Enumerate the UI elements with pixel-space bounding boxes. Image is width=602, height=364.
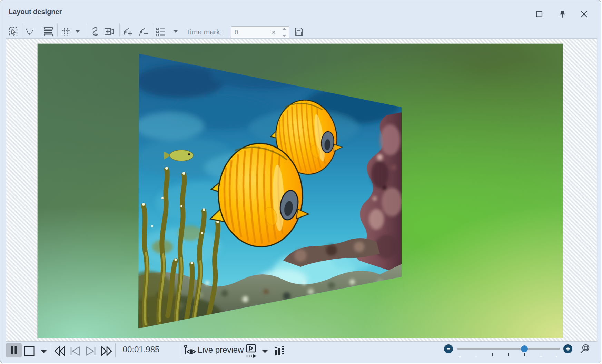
layout-item-image[interactable] [138, 54, 402, 328]
spinner-down-icon[interactable] [283, 34, 286, 37]
pin-button[interactable] [558, 9, 568, 19]
time-mark-label: Time mark: [186, 28, 222, 36]
zoom-slider-track[interactable] [457, 348, 560, 350]
slider-tick [508, 353, 509, 356]
toolbar: Time mark: 0 s [0, 20, 601, 38]
zoom-out-button[interactable] [444, 344, 453, 353]
spinner-up-icon[interactable] [283, 28, 286, 30]
slider-tick [524, 353, 525, 356]
zoom-fit-button[interactable] [579, 343, 590, 355]
grid-icon[interactable] [60, 26, 71, 38]
bar-separator [50, 343, 50, 357]
current-time: 00:01.985 [119, 345, 163, 354]
toolbar-separator [119, 23, 120, 37]
slider-tick [557, 353, 557, 356]
bar-separator [180, 343, 180, 357]
remove-keyframe-icon[interactable] [138, 26, 149, 38]
layout-designer-window: Layout designer [0, 0, 601, 363]
arrange-layers-icon[interactable] [43, 26, 54, 38]
preview-window-icon[interactable] [244, 344, 258, 360]
fast-forward-button[interactable] [100, 346, 113, 356]
grid-options-caret-icon[interactable] [75, 29, 80, 33]
add-keyframe-icon[interactable] [122, 26, 133, 38]
zoom-in-button[interactable] [563, 344, 572, 353]
layout-canvas[interactable] [38, 44, 563, 338]
statistics-icon[interactable] [274, 344, 285, 357]
title-bar[interactable]: Layout designer [0, 0, 601, 20]
close-icon [580, 10, 588, 18]
pin-icon [558, 10, 567, 19]
time-mark-spinner[interactable] [281, 28, 288, 37]
keyframe-list-icon[interactable] [155, 26, 166, 38]
toolbar-separator [22, 23, 22, 37]
time-mark-unit: s [272, 29, 276, 36]
bar-separator [115, 343, 116, 357]
motion-path-icon[interactable] [90, 26, 101, 38]
pause-button[interactable] [6, 343, 22, 357]
slider-tick [492, 353, 493, 356]
slider-tick [476, 353, 476, 356]
maximize-button[interactable] [534, 9, 544, 19]
playback-options-caret-icon[interactable] [40, 349, 47, 353]
rewind-button[interactable] [53, 346, 66, 356]
time-mark-input[interactable]: 0 s [231, 26, 289, 38]
live-preview-label[interactable]: Live preview [198, 345, 244, 355]
window-title: Layout designer [9, 8, 62, 16]
preview-options-caret-icon[interactable] [261, 349, 268, 353]
skip-to-start-button[interactable] [69, 346, 81, 356]
pause-icon [10, 346, 18, 355]
underwater-photo [138, 54, 402, 328]
plus-icon [565, 346, 571, 352]
stop-button[interactable] [22, 344, 36, 358]
keyframe-list-caret-icon[interactable] [173, 29, 178, 33]
toolbar-separator [88, 23, 88, 37]
toolbar-separator [152, 23, 152, 37]
toolbar-separator [57, 23, 58, 37]
close-button[interactable] [579, 9, 589, 19]
minus-icon [446, 346, 451, 352]
slider-tick [541, 353, 541, 356]
designer-workspace [6, 38, 597, 342]
maximize-icon [535, 10, 543, 18]
live-preview-icon[interactable] [183, 344, 196, 357]
save-layout-icon[interactable] [294, 26, 305, 38]
camera-pan-icon[interactable] [104, 26, 115, 38]
edit-path-points-icon[interactable] [24, 26, 35, 38]
playback-bar: 00:01.985 Live preview [0, 342, 601, 363]
skip-to-end-button[interactable] [85, 346, 97, 356]
slider-tick [460, 353, 460, 356]
zoom-slider-thumb[interactable] [521, 345, 528, 352]
time-mark-value: 0 [235, 29, 238, 36]
select-objects-icon[interactable] [8, 26, 19, 38]
